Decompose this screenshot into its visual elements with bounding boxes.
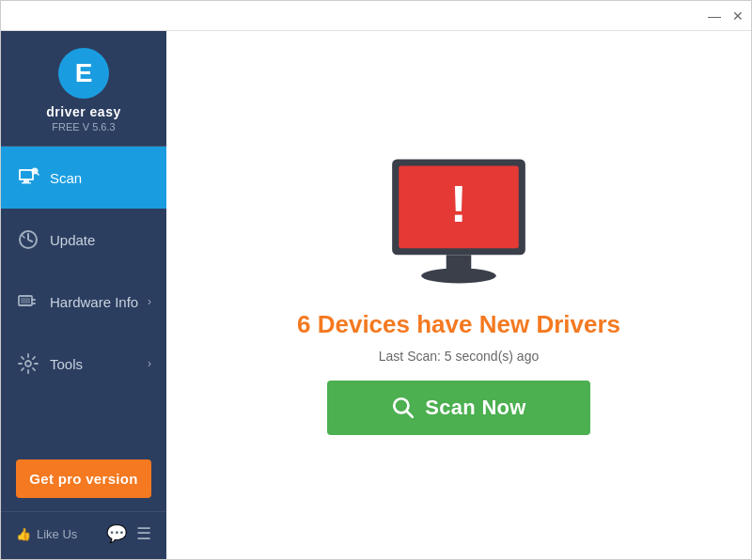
svg-rect-3 <box>21 171 32 179</box>
svg-text:E: E <box>75 58 93 87</box>
close-button[interactable]: ✕ <box>732 9 744 23</box>
svg-point-18 <box>421 268 496 283</box>
sidebar-item-update[interactable]: Update <box>1 209 166 271</box>
thumbs-up-icon: 👍 <box>16 527 31 541</box>
scan-icon <box>16 165 40 190</box>
menu-icon[interactable]: ☰ <box>136 523 151 544</box>
like-us-button[interactable]: 👍 Like Us <box>16 527 77 541</box>
svg-line-20 <box>407 412 413 417</box>
sidebar-item-tools[interactable]: Tools › <box>1 333 166 395</box>
svg-rect-17 <box>446 255 472 270</box>
sidebar-footer: 👍 Like Us 💬 ☰ <box>1 511 166 559</box>
svg-text:!: ! <box>450 175 467 233</box>
tools-chevron: › <box>148 357 151 370</box>
hardware-info-icon <box>16 289 40 314</box>
svg-rect-5 <box>22 182 31 184</box>
scan-now-search-icon <box>391 396 415 420</box>
sidebar-item-tools-label: Tools <box>50 356 148 372</box>
alert-heading: 6 Devices have New Drivers <box>297 310 620 339</box>
sidebar: E driver easy FREE V 5.6.3 <box>1 31 166 559</box>
svg-point-13 <box>25 361 31 366</box>
scan-now-button[interactable]: Scan Now <box>327 381 590 435</box>
sidebar-item-scan-label: Scan <box>50 170 151 186</box>
footer-icons: 💬 ☰ <box>106 523 151 544</box>
scan-now-label: Scan Now <box>425 396 526 420</box>
sidebar-logo: E driver easy FREE V 5.6.3 <box>1 31 166 147</box>
svg-line-7 <box>38 174 39 176</box>
svg-rect-4 <box>24 180 29 182</box>
sidebar-nav: Scan Update <box>1 147 166 446</box>
hardware-info-chevron: › <box>148 295 151 308</box>
title-bar: — ✕ <box>1 1 751 31</box>
sidebar-item-hardware-label: Hardware Info <box>50 294 148 310</box>
monitor-alert-icon: ! <box>374 155 543 301</box>
app-window: — ✕ E driver easy FREE V 5.6.3 <box>0 0 752 560</box>
last-scan-text: Last Scan: 5 second(s) ago <box>379 349 539 364</box>
minimize-button[interactable]: — <box>708 9 721 23</box>
title-bar-buttons: — ✕ <box>708 9 744 23</box>
svg-rect-12 <box>21 298 30 303</box>
chat-icon[interactable]: 💬 <box>106 523 127 544</box>
app-logo-icon: E <box>58 48 109 99</box>
update-icon <box>16 227 40 252</box>
get-pro-button[interactable]: Get pro version <box>16 459 151 498</box>
logo-version: FREE V 5.6.3 <box>52 121 115 132</box>
main-content: ! 6 Devices have New Drivers Last Scan: … <box>166 31 751 559</box>
logo-text: driver easy <box>46 104 120 119</box>
sidebar-item-update-label: Update <box>50 232 151 248</box>
sidebar-item-scan[interactable]: Scan <box>1 147 166 209</box>
sidebar-item-hardware-info[interactable]: Hardware Info › <box>1 271 166 333</box>
tools-icon <box>16 351 40 376</box>
app-body: E driver easy FREE V 5.6.3 <box>1 31 751 559</box>
like-us-label: Like Us <box>37 527 77 541</box>
